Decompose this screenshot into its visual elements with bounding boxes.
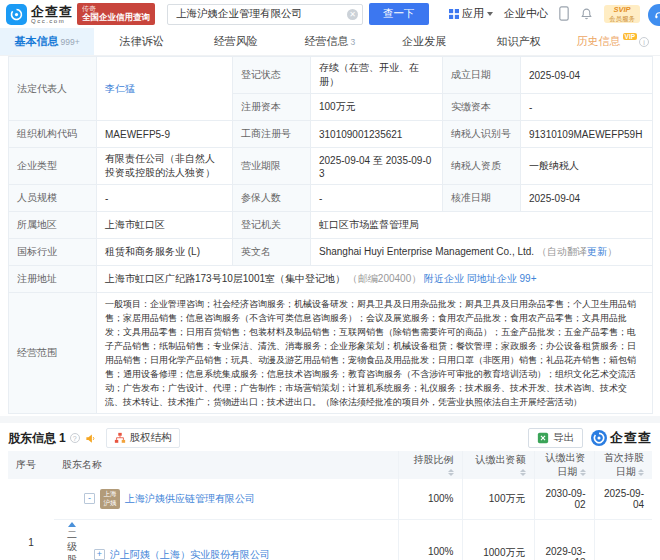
- sort-icon: [448, 469, 454, 476]
- excel-export-icon: [537, 432, 549, 444]
- tab-legal[interactable]: 法律诉讼: [94, 28, 188, 55]
- biz-term-value: 2025-09-04 至 2035-09-03: [311, 148, 443, 185]
- est-date-value: 2025-09-04: [521, 57, 653, 94]
- collapse-arrow-icon[interactable]: [68, 522, 76, 527]
- tab-operation-count: 3: [351, 37, 356, 47]
- tab-ip[interactable]: 知识产权: [471, 28, 565, 55]
- shareholder-row: 1 - 上海 沪姨 上海沪姨供应链管理有限公司 100% 100万元 2030-…: [8, 479, 652, 519]
- customer-service-icon[interactable]: [648, 4, 660, 26]
- enterprise-center-link[interactable]: 企业中心: [504, 6, 548, 21]
- org-chart-icon: [114, 432, 126, 444]
- address-postcode: （邮编200400）: [348, 273, 421, 284]
- org-code-label: 组织机构代码: [9, 121, 97, 148]
- translate-update-link[interactable]: 更新: [587, 246, 607, 257]
- amount-value: 1000万元: [462, 519, 534, 560]
- promo-bottom: 全国企业信用查询: [82, 13, 150, 23]
- qcc-logo-icon[interactable]: [6, 4, 27, 25]
- promo-top: 传奇: [82, 5, 150, 13]
- section-tabs: 基本信息 999+ 法律诉讼 经营风险 经营信息 3 企业发展 知识产权 历史信…: [0, 28, 660, 56]
- announcement-horn-icon[interactable]: [85, 433, 96, 444]
- tax-id-label: 纳税人识别号: [443, 121, 521, 148]
- subdate-value: 2029-03-13: [534, 519, 594, 560]
- shareholders-count: 1: [59, 431, 66, 445]
- shareholders-table: 序号 股东名称 持股比例 认缴出资额 认缴出资日期 首次持股日期 1 - 上海 …: [8, 451, 652, 560]
- tab-basic-count: 999+: [61, 37, 80, 47]
- shareholders-table-header: 序号 股东名称 持股比例 认缴出资额 认缴出资日期 首次持股日期: [8, 451, 652, 479]
- insured-label: 参保人数: [233, 185, 311, 212]
- biz-reg-no-value: 310109001235621: [311, 121, 443, 148]
- search-input[interactable]: [176, 8, 347, 20]
- sort-icon: [520, 469, 526, 476]
- staff-size-label: 人员规模: [9, 185, 97, 212]
- vip-badge: VIP: [623, 33, 637, 40]
- taxpayer-quality-value: 一般纳税人: [521, 148, 653, 185]
- ratio-value: 100%: [398, 479, 462, 519]
- tab-operation[interactable]: 经营信息 3: [283, 28, 377, 55]
- org-code-value: MAEWEFP5-9: [97, 121, 233, 148]
- taxpayer-quality-label: 纳税人资质: [443, 148, 521, 185]
- collapse-expander[interactable]: -: [84, 493, 95, 504]
- shareholders-info-icon[interactable]: ?: [70, 433, 80, 443]
- translate-note-prefix: （自动翻译: [537, 246, 587, 257]
- insured-value: -: [311, 185, 443, 212]
- qcc-watermark-icon: [591, 430, 607, 446]
- same-address-link[interactable]: 同地址企业 99+: [467, 273, 537, 284]
- shareholder-name-link[interactable]: 上海沪姨供应链管理有限公司: [125, 492, 255, 506]
- english-name-label: 英文名: [233, 239, 311, 266]
- region-label: 所属地区: [9, 212, 97, 239]
- apps-menu[interactable]: 应用: [449, 6, 493, 21]
- notification-bell-icon[interactable]: [580, 7, 593, 21]
- export-label: 导出: [553, 431, 574, 445]
- mobile-app-icon[interactable]: [559, 6, 569, 21]
- company-type-value: 有限责任公司（非自然人投资或控股的法人独资）: [97, 148, 233, 185]
- col-subdate-sort[interactable]: 认缴出资日期: [534, 451, 594, 479]
- shareholder-row: 二级股东 + 沪上阿姨（上海）实业股份有限公司 100% 1000万元 2029…: [8, 519, 652, 560]
- reg-authority-value: 虹口区市场监督管理局: [311, 212, 653, 239]
- shareholders-header: 股东信息 1 ? 股权结构 导出 企查查: [0, 425, 660, 451]
- tab-risk[interactable]: 经营风险: [189, 28, 283, 55]
- firstdate-value: [594, 519, 652, 560]
- col-firstdate-sort[interactable]: 首次持股日期: [594, 451, 652, 479]
- reg-capital-label: 注册资本: [233, 94, 311, 121]
- svip-member-badge[interactable]: SVIP 会员服务: [604, 5, 640, 22]
- expand-expander[interactable]: +: [94, 549, 105, 560]
- export-button[interactable]: 导出: [528, 428, 583, 448]
- approval-date-value: 2025-09-04: [521, 185, 653, 212]
- sort-icon: [638, 469, 644, 476]
- est-date-label: 成立日期: [443, 57, 521, 94]
- qcc-watermark-text: 企查查: [610, 429, 652, 447]
- tab-basic-info[interactable]: 基本信息 999+: [0, 28, 94, 55]
- clear-search-icon[interactable]: ✕: [347, 9, 358, 20]
- nearby-companies-link[interactable]: 附近企业: [424, 273, 464, 284]
- shareholders-title: 股东信息: [8, 430, 56, 447]
- chevron-down-icon: [487, 12, 493, 16]
- address-text: 上海市虹口区广纪路173号10层1001室（集中登记地）: [105, 273, 345, 284]
- equity-structure-button[interactable]: 股权结构: [106, 428, 180, 448]
- translate-note-suffix: ）: [607, 246, 617, 257]
- legal-rep-link[interactable]: 李仁猛: [105, 83, 135, 94]
- industry-value: 租赁和商务服务业 (L): [97, 239, 233, 266]
- tab-history[interactable]: 历史信息 VIP i: [566, 28, 660, 55]
- reg-capital-value: 100万元: [311, 94, 443, 121]
- scope-text: 一般项目：企业管理咨询；社会经济咨询服务；机械设备研发；厨具卫具及日用杂品批发；…: [105, 297, 644, 409]
- col-name: 股东名称: [54, 451, 398, 479]
- col-amount-sort[interactable]: 认缴出资额: [462, 451, 534, 479]
- history-info-icon[interactable]: i: [639, 37, 649, 47]
- legal-rep-value: 李仁猛: [97, 57, 233, 121]
- col-ratio-sort[interactable]: 持股比例: [398, 451, 462, 479]
- reg-authority-label: 登记机关: [233, 212, 311, 239]
- tax-id-value: 91310109MAEWEFP59H: [521, 121, 653, 148]
- company-type-label: 企业类型: [9, 148, 97, 185]
- tab-development[interactable]: 企业发展: [377, 28, 471, 55]
- paid-capital-label: 实缴资本: [443, 94, 521, 121]
- qcc-logo-text[interactable]: 企查查 Qcc.com: [31, 5, 73, 24]
- staff-size-value: -: [97, 185, 233, 212]
- sort-icon: [580, 469, 586, 476]
- shareholder-name-link[interactable]: 沪上阿姨（上海）实业股份有限公司: [110, 548, 270, 560]
- search-button[interactable]: 查一下: [369, 3, 429, 25]
- scope-value: 一般项目：企业管理咨询；社会经济咨询服务；机械设备研发；厨具卫具及日用杂品批发；…: [97, 293, 653, 414]
- english-name-text: Shanghai Huyi Enterprise Management Co.,…: [319, 246, 534, 257]
- brand-name: 企查查: [31, 5, 73, 18]
- promo-badge: 传奇 全国企业信用查询: [77, 3, 155, 25]
- biz-reg-no-label: 工商注册号: [233, 121, 311, 148]
